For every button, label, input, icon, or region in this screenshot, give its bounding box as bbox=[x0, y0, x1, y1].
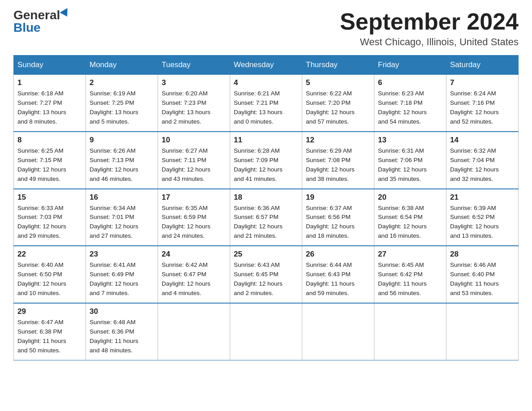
table-row: 30Sunrise: 6:48 AMSunset: 6:36 PMDayligh… bbox=[86, 303, 158, 360]
table-row: 16Sunrise: 6:34 AMSunset: 7:01 PMDayligh… bbox=[86, 189, 158, 246]
table-row: 17Sunrise: 6:35 AMSunset: 6:59 PMDayligh… bbox=[158, 189, 230, 246]
day-info: Sunrise: 6:20 AMSunset: 7:23 PMDaylight:… bbox=[162, 90, 210, 125]
day-number: 3 bbox=[162, 78, 226, 87]
month-title: September 2024 bbox=[340, 9, 519, 34]
day-number: 1 bbox=[17, 78, 82, 87]
logo: General Blue bbox=[13, 9, 70, 34]
day-info: Sunrise: 6:22 AMSunset: 7:20 PMDaylight:… bbox=[306, 90, 355, 125]
day-info: Sunrise: 6:38 AMSunset: 6:54 PMDaylight:… bbox=[378, 205, 427, 240]
day-number: 20 bbox=[378, 193, 442, 202]
table-row: 13Sunrise: 6:31 AMSunset: 7:06 PMDayligh… bbox=[374, 132, 446, 189]
col-tuesday: Tuesday bbox=[158, 56, 230, 74]
day-number: 29 bbox=[17, 307, 82, 316]
day-info: Sunrise: 6:48 AMSunset: 6:36 PMDaylight:… bbox=[90, 319, 138, 354]
table-row: 24Sunrise: 6:42 AMSunset: 6:47 PMDayligh… bbox=[158, 246, 230, 303]
table-row: 22Sunrise: 6:40 AMSunset: 6:50 PMDayligh… bbox=[14, 246, 86, 303]
day-info: Sunrise: 6:40 AMSunset: 6:50 PMDaylight:… bbox=[17, 261, 66, 296]
table-row: 14Sunrise: 6:32 AMSunset: 7:04 PMDayligh… bbox=[446, 132, 519, 189]
day-info: Sunrise: 6:43 AMSunset: 6:45 PMDaylight:… bbox=[234, 261, 283, 296]
day-number: 7 bbox=[450, 78, 515, 87]
table-row: 7Sunrise: 6:24 AMSunset: 7:16 PMDaylight… bbox=[446, 74, 519, 132]
table-row: 26Sunrise: 6:44 AMSunset: 6:43 PMDayligh… bbox=[302, 246, 374, 303]
day-info: Sunrise: 6:34 AMSunset: 7:01 PMDaylight:… bbox=[90, 205, 138, 240]
day-info: Sunrise: 6:46 AMSunset: 6:40 PMDaylight:… bbox=[450, 261, 499, 296]
day-number: 19 bbox=[306, 193, 370, 202]
page-header: General Blue September 2024 West Chicago… bbox=[13, 9, 519, 48]
week-row-2: 8Sunrise: 6:25 AMSunset: 7:15 PMDaylight… bbox=[14, 132, 519, 189]
table-row: 27Sunrise: 6:45 AMSunset: 6:42 PMDayligh… bbox=[374, 246, 446, 303]
table-row: 3Sunrise: 6:20 AMSunset: 7:23 PMDaylight… bbox=[158, 74, 230, 132]
day-number: 30 bbox=[90, 307, 154, 316]
table-row: 18Sunrise: 6:36 AMSunset: 6:57 PMDayligh… bbox=[230, 189, 302, 246]
table-row bbox=[230, 303, 302, 360]
day-info: Sunrise: 6:31 AMSunset: 7:06 PMDaylight:… bbox=[378, 147, 427, 182]
day-number: 24 bbox=[162, 250, 226, 259]
table-row: 21Sunrise: 6:39 AMSunset: 6:52 PMDayligh… bbox=[446, 189, 519, 246]
day-info: Sunrise: 6:29 AMSunset: 7:08 PMDaylight:… bbox=[306, 147, 355, 182]
day-number: 9 bbox=[90, 136, 154, 145]
day-number: 15 bbox=[17, 193, 82, 202]
logo-triangle-icon bbox=[60, 8, 71, 19]
table-row: 1Sunrise: 6:18 AMSunset: 7:27 PMDaylight… bbox=[14, 74, 86, 132]
table-row bbox=[302, 303, 374, 360]
day-number: 23 bbox=[90, 250, 154, 259]
table-row: 19Sunrise: 6:37 AMSunset: 6:56 PMDayligh… bbox=[302, 189, 374, 246]
week-row-5: 29Sunrise: 6:47 AMSunset: 6:38 PMDayligh… bbox=[14, 303, 519, 360]
title-area: September 2024 West Chicago, Illinois, U… bbox=[340, 9, 519, 48]
day-info: Sunrise: 6:33 AMSunset: 7:03 PMDaylight:… bbox=[17, 205, 66, 240]
table-row bbox=[158, 303, 230, 360]
table-row: 4Sunrise: 6:21 AMSunset: 7:21 PMDaylight… bbox=[230, 74, 302, 132]
day-number: 27 bbox=[378, 250, 442, 259]
col-saturday: Saturday bbox=[446, 56, 519, 74]
table-row: 12Sunrise: 6:29 AMSunset: 7:08 PMDayligh… bbox=[302, 132, 374, 189]
day-number: 2 bbox=[90, 78, 154, 87]
table-row: 9Sunrise: 6:26 AMSunset: 7:13 PMDaylight… bbox=[86, 132, 158, 189]
day-number: 10 bbox=[162, 136, 226, 145]
day-info: Sunrise: 6:18 AMSunset: 7:27 PMDaylight:… bbox=[17, 90, 66, 125]
logo-general-text: General bbox=[13, 9, 60, 21]
day-number: 28 bbox=[450, 250, 515, 259]
col-thursday: Thursday bbox=[302, 56, 374, 74]
location-subtitle: West Chicago, Illinois, United States bbox=[340, 36, 519, 48]
day-info: Sunrise: 6:44 AMSunset: 6:43 PMDaylight:… bbox=[306, 261, 355, 296]
day-number: 16 bbox=[90, 193, 154, 202]
week-row-1: 1Sunrise: 6:18 AMSunset: 7:27 PMDaylight… bbox=[14, 74, 519, 132]
day-info: Sunrise: 6:45 AMSunset: 6:42 PMDaylight:… bbox=[378, 261, 427, 296]
day-number: 14 bbox=[450, 136, 515, 145]
calendar-table: Sunday Monday Tuesday Wednesday Thursday… bbox=[13, 55, 519, 360]
table-row bbox=[374, 303, 446, 360]
day-number: 18 bbox=[234, 193, 298, 202]
day-number: 26 bbox=[306, 250, 370, 259]
day-number: 21 bbox=[450, 193, 515, 202]
col-wednesday: Wednesday bbox=[230, 56, 302, 74]
day-number: 5 bbox=[306, 78, 370, 87]
day-info: Sunrise: 6:32 AMSunset: 7:04 PMDaylight:… bbox=[450, 147, 499, 182]
logo-blue-text: Blue bbox=[13, 21, 41, 34]
table-row: 23Sunrise: 6:41 AMSunset: 6:49 PMDayligh… bbox=[86, 246, 158, 303]
week-row-4: 22Sunrise: 6:40 AMSunset: 6:50 PMDayligh… bbox=[14, 246, 519, 303]
table-row: 10Sunrise: 6:27 AMSunset: 7:11 PMDayligh… bbox=[158, 132, 230, 189]
table-row: 6Sunrise: 6:23 AMSunset: 7:18 PMDaylight… bbox=[374, 74, 446, 132]
day-info: Sunrise: 6:35 AMSunset: 6:59 PMDaylight:… bbox=[162, 205, 210, 240]
table-row: 11Sunrise: 6:28 AMSunset: 7:09 PMDayligh… bbox=[230, 132, 302, 189]
col-sunday: Sunday bbox=[14, 56, 86, 74]
day-info: Sunrise: 6:42 AMSunset: 6:47 PMDaylight:… bbox=[162, 261, 210, 296]
day-info: Sunrise: 6:37 AMSunset: 6:56 PMDaylight:… bbox=[306, 205, 355, 240]
day-number: 11 bbox=[234, 136, 298, 145]
day-number: 17 bbox=[162, 193, 226, 202]
days-of-week-row: Sunday Monday Tuesday Wednesday Thursday… bbox=[14, 56, 519, 74]
table-row: 20Sunrise: 6:38 AMSunset: 6:54 PMDayligh… bbox=[374, 189, 446, 246]
week-row-3: 15Sunrise: 6:33 AMSunset: 7:03 PMDayligh… bbox=[14, 189, 519, 246]
table-row: 15Sunrise: 6:33 AMSunset: 7:03 PMDayligh… bbox=[14, 189, 86, 246]
day-number: 4 bbox=[234, 78, 298, 87]
day-info: Sunrise: 6:47 AMSunset: 6:38 PMDaylight:… bbox=[17, 319, 66, 354]
day-info: Sunrise: 6:28 AMSunset: 7:09 PMDaylight:… bbox=[234, 147, 283, 182]
day-number: 22 bbox=[17, 250, 82, 259]
table-row: 29Sunrise: 6:47 AMSunset: 6:38 PMDayligh… bbox=[14, 303, 86, 360]
day-info: Sunrise: 6:25 AMSunset: 7:15 PMDaylight:… bbox=[17, 147, 66, 182]
table-row: 5Sunrise: 6:22 AMSunset: 7:20 PMDaylight… bbox=[302, 74, 374, 132]
day-info: Sunrise: 6:19 AMSunset: 7:25 PMDaylight:… bbox=[90, 90, 138, 125]
day-number: 13 bbox=[378, 136, 442, 145]
day-info: Sunrise: 6:21 AMSunset: 7:21 PMDaylight:… bbox=[234, 90, 283, 125]
day-number: 6 bbox=[378, 78, 442, 87]
